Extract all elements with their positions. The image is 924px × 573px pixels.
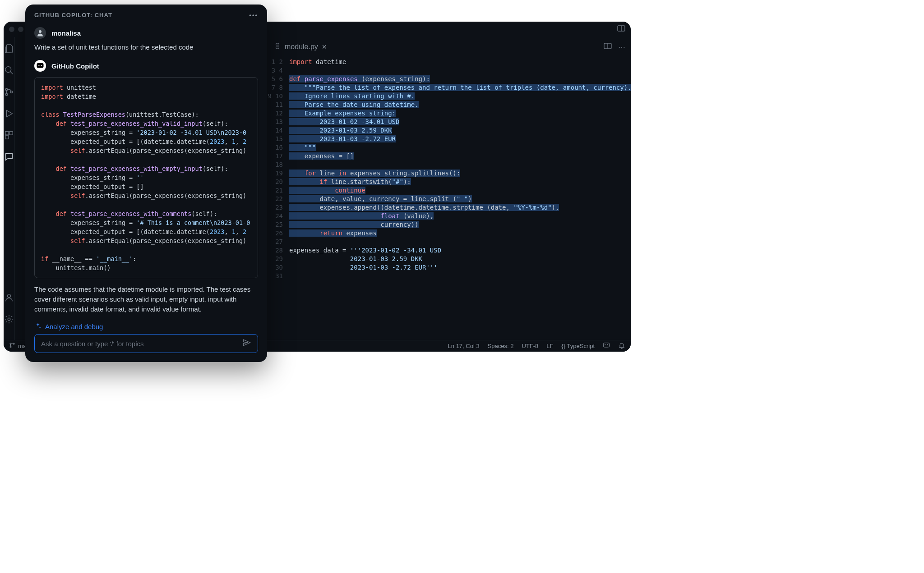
code-content[interactable]: import datetime def parse_expenses (expe…: [289, 57, 631, 340]
split-editor-icon[interactable]: [604, 43, 612, 51]
branch-icon[interactable]: [9, 342, 15, 350]
suggestion-label: Analyze and debug: [45, 323, 103, 330]
user-prompt: Write a set of unit test functions for t…: [34, 43, 258, 51]
svg-point-2: [5, 67, 11, 73]
svg-point-19: [607, 344, 608, 345]
notifications-icon[interactable]: [618, 342, 625, 350]
copilot-status-icon[interactable]: [603, 342, 610, 350]
account-icon[interactable]: [4, 292, 14, 303]
svg-point-4: [5, 88, 8, 91]
chat-input-container[interactable]: [34, 334, 258, 353]
suggestion-analyze-debug[interactable]: Analyze and debug: [34, 322, 258, 331]
chat-more-icon[interactable]: •••: [249, 12, 258, 18]
svg-rect-9: [9, 132, 13, 135]
indentation[interactable]: Spaces: 2: [488, 343, 514, 349]
source-control-icon[interactable]: [4, 87, 14, 97]
svg-point-21: [38, 65, 39, 66]
svg-point-6: [10, 91, 13, 93]
language-mode[interactable]: {} TypeScript: [562, 343, 595, 349]
send-icon[interactable]: [242, 338, 251, 349]
copilot-avatar-icon: [34, 60, 46, 72]
svg-point-5: [5, 93, 8, 96]
search-icon[interactable]: [4, 65, 14, 76]
svg-rect-10: [5, 136, 9, 139]
python-file-icon: [274, 42, 281, 51]
svg-point-17: [13, 343, 14, 344]
svg-marker-7: [7, 110, 13, 117]
chat-input[interactable]: [41, 340, 242, 348]
svg-point-18: [605, 344, 605, 345]
svg-point-20: [39, 30, 42, 33]
chat-title: GITHUB COPILOT: CHAT: [34, 12, 112, 18]
panel-toggle-icon[interactable]: [617, 25, 625, 33]
user-avatar-icon: [34, 27, 46, 39]
close-tab-icon[interactable]: ✕: [322, 43, 327, 50]
eol[interactable]: LF: [546, 343, 553, 349]
assistant-name: GitHub Copilot: [51, 62, 99, 70]
svg-rect-8: [5, 132, 9, 135]
assistant-message-header: GitHub Copilot: [34, 60, 258, 72]
username: monalisa: [51, 29, 81, 37]
code-response-block[interactable]: import unittest import datetime class Te…: [34, 77, 258, 278]
editor-tab-filename: module.py: [285, 43, 318, 51]
svg-point-12: [8, 318, 10, 321]
line-numbers: 1 2 3 4 5 6 7 8 9 10 11 12 13 14 15 16 1…: [268, 57, 289, 340]
user-message-header: monalisa: [34, 27, 258, 39]
sparkle-icon: [34, 322, 42, 331]
copilot-chat-panel: GITHUB COPILOT: CHAT ••• monalisa Write …: [25, 5, 267, 362]
cursor-position[interactable]: Ln 17, Col 3: [448, 343, 480, 349]
more-actions-icon[interactable]: ⋯: [618, 43, 625, 51]
chat-icon[interactable]: [4, 151, 14, 162]
files-icon[interactable]: [4, 43, 14, 54]
svg-point-22: [41, 65, 42, 66]
svg-line-3: [10, 72, 13, 74]
activity-bar: [4, 37, 15, 340]
svg-point-16: [10, 346, 11, 348]
assistant-explanation: The code assumes that the datetime modul…: [34, 284, 258, 314]
svg-point-11: [7, 294, 10, 298]
editor-tab[interactable]: module.py ✕: [268, 37, 333, 57]
run-debug-icon[interactable]: [4, 108, 14, 119]
encoding[interactable]: UTF-8: [522, 343, 539, 349]
extensions-icon[interactable]: [4, 130, 14, 141]
settings-gear-icon[interactable]: [4, 314, 14, 325]
chat-header: GITHUB COPILOT: CHAT •••: [25, 5, 267, 25]
